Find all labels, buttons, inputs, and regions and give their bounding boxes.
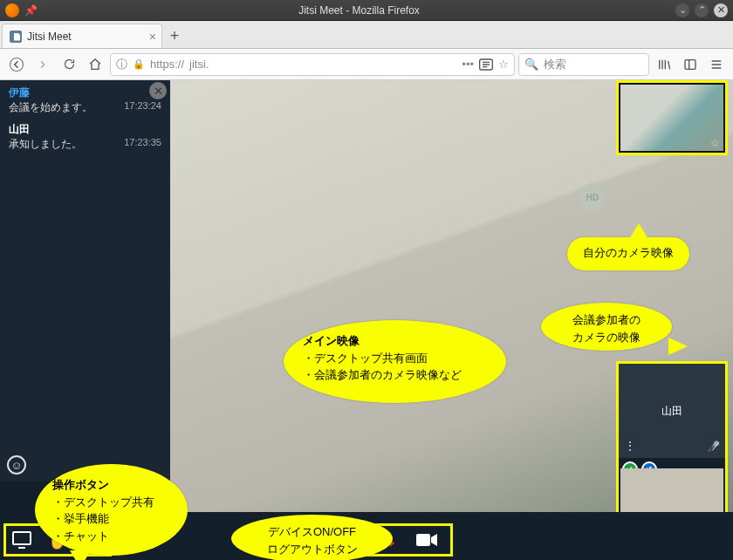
callout-participant-cameras: 会議参加者の カメラの映像 [541,303,672,351]
svg-rect-2 [685,59,695,69]
window-buttons: ⌄ ⌃ ✕ [675,3,728,17]
browser-tabbar: Jitsi Meet × + [0,21,733,49]
emoji-button[interactable]: ☺ [7,455,26,475]
chat-text: 会議を始めます。 [9,100,92,115]
callout-tail [70,550,91,560]
browser-tab[interactable]: Jitsi Meet × [2,24,162,48]
home-button[interactable] [84,53,106,76]
menu-button[interactable] [705,53,728,76]
camera-button[interactable] [415,532,438,548]
callout-left-controls: 操作ボタン ・デスクトップ共有 ・挙手機能 ・チャット [35,464,188,556]
reader-icon[interactable] [479,58,493,71]
chat-close-button[interactable]: ✕ [149,82,167,99]
firefox-icon [5,3,19,17]
callout-tail [628,223,649,241]
url-prefix: https:// [150,58,184,71]
callout-line: 会議参加者の [572,313,641,326]
jitsi-content: ✕ 伊藤 会議を始めます。 17:23:24 山田 承知しました。 17:23:… [0,80,733,560]
chat-text: 承知しました。 [9,137,82,152]
chat-time: 17:23:24 [124,100,161,115]
browser-navbar: ⓘ 🔒 https://jitsi. ••• ☆ 🔍 検索 [0,49,733,80]
callout-text: 自分のカメラ映像 [583,246,674,259]
callout-tail [668,338,688,355]
callout-line: ・デスクトップ共有 [52,495,154,509]
chat-sender: 伊藤 [9,85,161,100]
chat-time: 17:23:35 [124,137,161,152]
new-tab-button[interactable]: + [162,24,187,48]
search-box[interactable]: 🔍 検索 [518,53,649,76]
sidebar-icon[interactable] [679,53,702,76]
window-titlebar: 📌 Jitsi Meet - Mozilla Firefox ⌄ ⌃ ✕ [0,0,733,21]
bookmark-star-icon[interactable]: ☆ [498,58,509,71]
pin-icon: 📌 [24,4,38,17]
callout-line: カメラの映像 [572,331,641,344]
callout-title: 操作ボタン [52,478,109,491]
callout-line: ・デスクトップ共有画面 [303,352,428,365]
callout-line: ・会議参加者のカメラ映像など [303,368,462,381]
callout-line: ログアウトボタン [267,543,358,556]
more-icon[interactable]: ⋮ [624,439,636,453]
screenshare-button[interactable] [11,530,34,550]
callout-line: ・チャット [52,529,109,543]
tab-close-button[interactable]: × [149,30,156,44]
back-button[interactable] [5,53,28,76]
svg-rect-6 [416,534,430,546]
url-more-icon[interactable]: ••• [462,58,474,71]
url-host: jitsi. [189,58,209,71]
reload-button[interactable] [58,53,80,76]
site-info-icon[interactable]: ⓘ [116,57,127,72]
tab-title: Jitsi Meet [27,31,72,43]
callout-main-video: メイン映像 ・デスクトップ共有画面 ・会議参加者のカメラ映像など [284,320,506,403]
library-icon[interactable] [653,53,675,76]
svg-rect-3 [13,532,31,544]
lock-icon: 🔒 [133,58,145,70]
maximize-button[interactable]: ⌃ [695,3,709,17]
forward-button[interactable] [31,53,54,76]
callout-center-controls: デバイスON/OFF ログアウトボタン [231,515,393,560]
star-icon[interactable]: ☆ [710,137,720,149]
minimize-button[interactable]: ⌄ [675,3,689,17]
mic-muted-icon: 🎤̸ [707,440,720,453]
chat-panel: ✕ 伊藤 会議を始めます。 17:23:24 山田 承知しました。 17:23:… [0,80,170,481]
url-box[interactable]: ⓘ 🔒 https://jitsi. ••• ☆ [110,53,515,76]
hd-badge: HD [579,183,606,211]
window-title: Jitsi Meet - Mozilla Firefox [43,4,675,17]
participant-tile[interactable]: 山田 ⋮ 🎤̸ [619,364,725,458]
callout-self-camera: 自分のカメラ映像 [567,237,689,270]
search-placeholder: 検索 [544,57,566,72]
search-icon: 🔍 [524,58,538,71]
jitsi-favicon-icon [10,31,22,43]
svg-point-0 [10,58,24,71]
callout-line: デバイスON/OFF [268,525,356,538]
callout-title: メイン映像 [303,334,360,347]
chat-sender: 山田 [9,122,161,137]
self-camera-thumbnail[interactable]: ☆ [616,80,728,155]
callout-line: ・挙手機能 [52,512,109,525]
close-window-button[interactable]: ✕ [714,3,728,17]
